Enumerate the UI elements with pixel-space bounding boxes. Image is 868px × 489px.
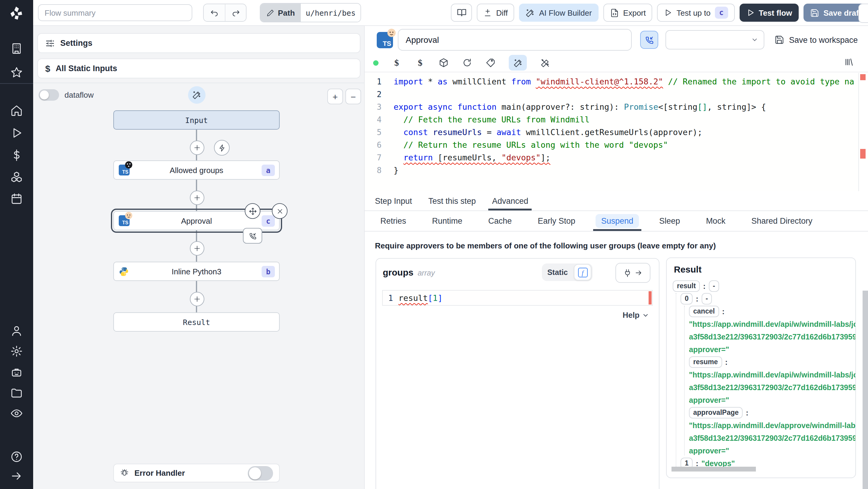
test-up-to-button[interactable]: Test up to c <box>657 4 735 22</box>
code-editor[interactable]: 12345678 import * as wmillClient from "w… <box>365 73 868 191</box>
flow-node-python[interactable]: Inline Python3 b <box>113 262 280 281</box>
static-dynamic-toggle[interactable]: Static f <box>542 264 592 281</box>
diff-button[interactable]: Diff <box>477 4 515 22</box>
flow-node-python-label: Inline Python3 <box>114 267 279 276</box>
subtab-cache[interactable]: Cache <box>483 211 517 231</box>
sidebar-arrow-right-icon[interactable] <box>10 470 23 482</box>
result-key-pill[interactable]: resume <box>689 356 722 368</box>
step-name-input[interactable] <box>398 29 632 51</box>
sidebar-calendar-icon[interactable] <box>10 192 23 205</box>
tab-test-this-step[interactable]: Test this step <box>428 191 476 210</box>
result-key-pill[interactable]: result <box>673 280 700 292</box>
subtab-runtime[interactable]: Runtime <box>427 211 468 231</box>
path-value[interactable]: u/henri/bes <box>301 4 361 22</box>
sidebar-building-icon[interactable] <box>10 42 23 55</box>
add-step-button-4[interactable] <box>190 292 204 306</box>
zoom-in-button[interactable]: + <box>327 89 343 104</box>
windmill-logo-icon[interactable] <box>8 5 25 21</box>
move-step-button[interactable] <box>245 203 260 219</box>
result-string-value: "https://app.windmill.dev/api/w/windmill… <box>689 320 856 328</box>
flow-node-input[interactable]: Input <box>113 110 280 130</box>
ai-assistant-on-icon[interactable] <box>509 55 527 70</box>
flow-summary-input[interactable] <box>38 4 192 21</box>
sidebar-star-icon[interactable] <box>10 66 23 79</box>
save-to-workspace-button[interactable]: Save to workspace <box>775 35 858 44</box>
editor-minimap[interactable] <box>858 73 868 191</box>
cache-select[interactable] <box>665 30 764 50</box>
add-trigger-button[interactable] <box>214 140 230 156</box>
sidebar-gear-icon[interactable] <box>10 345 23 358</box>
test-flow-button[interactable]: Test flow <box>740 4 799 22</box>
error-handler-toggle[interactable] <box>248 466 273 480</box>
add-step-button-2[interactable] <box>190 190 204 205</box>
result-horizontal-scrollbar[interactable] <box>672 467 756 471</box>
flow-node-allowed-groups-label: Allowed groups <box>114 165 279 175</box>
connect-result-button[interactable] <box>615 263 650 283</box>
add-step-button-1[interactable] <box>190 141 204 155</box>
colon: : <box>725 358 727 366</box>
subtab-retries[interactable]: Retries <box>375 211 412 231</box>
result-tree-row: approvalPage: <box>667 406 855 419</box>
subtab-shared-directory[interactable]: Shared Directory <box>746 211 818 231</box>
dataflow-toggle[interactable] <box>38 89 59 101</box>
flow-node-allowed-groups[interactable]: TS Allowed groups a <box>113 160 280 180</box>
tab-advanced[interactable]: Advanced <box>492 191 528 210</box>
package-icon[interactable] <box>438 57 449 68</box>
help-dropdown[interactable]: Help <box>623 310 649 319</box>
line-number: 7 <box>365 151 381 164</box>
redo-button[interactable] <box>225 4 246 21</box>
result-key-pill[interactable]: 0 <box>681 293 693 305</box>
variables-icon[interactable]: $ <box>391 57 402 68</box>
tab-step-input[interactable]: Step Input <box>375 191 412 210</box>
step-editor-panel: TS Save to workspace $ $ <box>365 26 868 489</box>
collapse-button[interactable]: - <box>701 293 712 305</box>
path-button[interactable]: Path <box>260 4 301 22</box>
sidebar-user-icon[interactable] <box>10 325 23 337</box>
sidebar-play-icon[interactable] <box>10 127 23 139</box>
reload-icon[interactable] <box>462 57 472 68</box>
collapse-button[interactable]: - <box>709 280 719 292</box>
sliders-icon <box>45 38 55 48</box>
ai-step-wand-button[interactable] <box>188 86 206 104</box>
sidebar-folder-icon[interactable] <box>10 387 23 399</box>
result-key-pill[interactable]: approvalPage <box>689 407 743 419</box>
sidebar-dollar-icon[interactable] <box>10 149 23 161</box>
page-vertical-scrollbar[interactable] <box>863 291 868 489</box>
wand-sparkles-icon <box>526 8 535 17</box>
colon: : <box>696 295 698 303</box>
sidebar-eye-icon[interactable] <box>10 407 23 420</box>
sidebar-boxes-icon[interactable] <box>10 171 23 183</box>
resources-dollar-icon[interactable]: $ <box>415 57 426 68</box>
result-key-pill[interactable]: cancel <box>689 306 719 317</box>
subtab-suspend[interactable]: Suspend <box>596 211 639 231</box>
approval-phone-chip-button[interactable] <box>243 228 262 244</box>
sidebar-robot-icon[interactable] <box>10 366 23 379</box>
ai-assistant-off-icon[interactable] <box>539 57 550 68</box>
subtab-sleep[interactable]: Sleep <box>654 211 685 231</box>
groups-expression-editor[interactable]: 1 result[1] <box>382 290 653 306</box>
sidebar-help-icon[interactable] <box>10 450 23 463</box>
subtab-early-stop[interactable]: Early Stop <box>532 211 581 231</box>
minimap-toggle-icon[interactable] <box>844 57 854 67</box>
more-actions-button[interactable] <box>858 4 868 23</box>
export-button[interactable]: Export <box>603 4 652 22</box>
error-handler-row[interactable]: Error Handler <box>113 464 280 482</box>
undo-button[interactable] <box>204 4 225 21</box>
zoom-out-button[interactable]: − <box>345 89 361 104</box>
format-tag-icon[interactable] <box>485 57 496 68</box>
sidebar-home-icon[interactable] <box>10 104 23 117</box>
close-icon <box>276 208 283 214</box>
add-step-button-3[interactable] <box>190 241 204 256</box>
function-option-selected[interactable]: f <box>574 264 591 280</box>
subtab-mock[interactable]: Mock <box>701 211 731 231</box>
suspend-phone-button[interactable] <box>640 31 658 49</box>
ai-flow-builder-button[interactable]: AI Flow Builder <box>519 4 598 22</box>
delete-step-button[interactable] <box>272 203 287 219</box>
flow-node-result[interactable]: Result <box>113 312 280 332</box>
all-static-inputs-row[interactable]: $ All Static Inputs <box>37 59 361 79</box>
static-option-label[interactable]: Static <box>547 268 568 276</box>
result-tree-row: result:- <box>667 280 855 293</box>
docs-button[interactable] <box>451 4 472 22</box>
flow-settings-row[interactable]: Settings <box>37 33 361 53</box>
line-number: 1 <box>365 75 381 88</box>
